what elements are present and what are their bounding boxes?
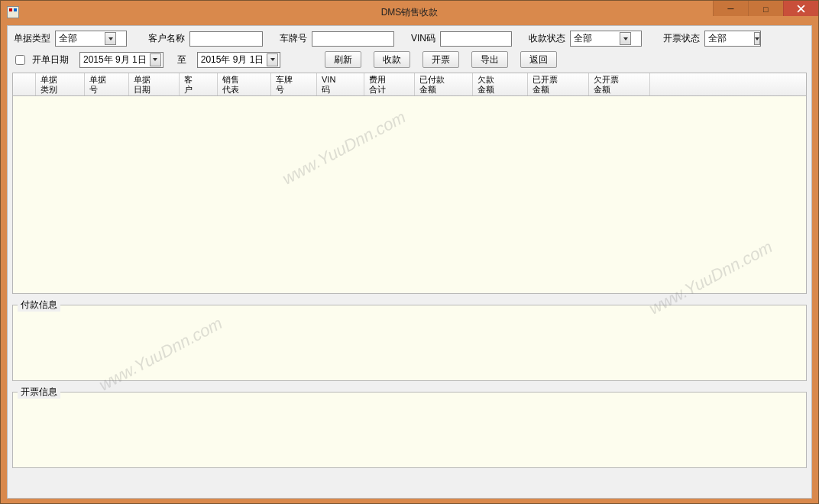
filter-row-1: 单据类型 全部 客户名称 车牌号 VIN码 收款状态 全部 xyxy=(12,31,807,47)
pay-status-value: 全部 xyxy=(571,32,617,45)
invoice-fieldset: 开票信息 xyxy=(12,386,807,468)
col-plate[interactable]: 车牌 号 xyxy=(271,73,317,95)
doc-type-combo[interactable]: 全部 xyxy=(55,31,127,47)
payment-legend: 付款信息 xyxy=(18,299,60,312)
chevron-down-icon xyxy=(150,53,161,66)
invoice-status-value: 全部 xyxy=(705,32,751,45)
plate-label: 车牌号 xyxy=(278,32,309,45)
vin-input[interactable] xyxy=(440,31,512,47)
col-fee-total[interactable]: 费用 合计 xyxy=(364,73,415,95)
date-checkbox[interactable] xyxy=(15,55,25,65)
client-area: 单据类型 全部 客户名称 车牌号 VIN码 收款状态 全部 xyxy=(7,25,812,499)
col-doc-no[interactable]: 单据 号 xyxy=(85,73,129,95)
invoice-legend: 开票信息 xyxy=(18,386,60,399)
pay-status-label: 收款状态 xyxy=(527,32,567,45)
date-to-value: 2015年 9月 1日 xyxy=(201,53,264,66)
plate-input[interactable] xyxy=(312,31,394,47)
date-to-label: 至 xyxy=(176,53,188,66)
titlebar: DMS销售收款 ─ ☐ xyxy=(1,1,818,24)
col-doc-date[interactable]: 单据 日期 xyxy=(129,73,180,95)
maximize-button[interactable]: ☐ xyxy=(748,1,783,16)
export-button[interactable]: 导出 xyxy=(471,51,508,68)
invoice-panel: 开票信息 xyxy=(12,386,807,468)
vin-label: VIN码 xyxy=(410,32,437,45)
chevron-down-icon xyxy=(105,32,116,45)
minimize-button[interactable]: ─ xyxy=(713,1,748,16)
close-icon xyxy=(797,5,805,13)
filter-bar: 单据类型 全部 客户名称 车牌号 VIN码 收款状态 全部 xyxy=(8,26,811,68)
window-buttons: ─ ☐ xyxy=(713,1,818,16)
payment-fieldset: 付款信息 xyxy=(12,299,807,381)
date-from-value: 2015年 9月 1日 xyxy=(83,53,147,66)
row-header-corner xyxy=(13,73,36,95)
payment-panel: 付款信息 xyxy=(12,299,807,381)
app-window: DMS销售收款 ─ ☐ 单据类型 全部 客户名称 车牌号 xyxy=(0,0,819,504)
col-doc-type[interactable]: 单据 类别 xyxy=(36,73,85,95)
pay-status-combo[interactable]: 全部 xyxy=(570,31,642,47)
col-sales-rep[interactable]: 销售 代表 xyxy=(218,73,271,95)
grid-header: 单据 类别 单据 号 单据 日期 客 户 销售 代表 车牌 号 VIN 码 费用… xyxy=(13,73,806,96)
customer-input[interactable] xyxy=(189,31,263,47)
date-from-picker[interactable]: 2015年 9月 1日 xyxy=(79,52,163,68)
invoice-button[interactable]: 开票 xyxy=(422,51,459,68)
invoice-status-combo[interactable]: 全部 xyxy=(704,31,761,47)
col-paid-amount[interactable]: 已付款 金额 xyxy=(415,73,473,95)
back-button[interactable]: 返回 xyxy=(520,51,557,68)
col-uninvoiced-amount[interactable]: 欠开票 金额 xyxy=(589,73,650,95)
filter-row-2: 开单日期 2015年 9月 1日 至 2015年 9月 1日 刷新 收款 xyxy=(12,51,807,68)
chevron-down-icon xyxy=(267,53,278,66)
chevron-down-icon xyxy=(620,32,631,45)
close-button[interactable] xyxy=(783,1,818,16)
col-owed-amount[interactable]: 欠款 金额 xyxy=(473,73,528,95)
col-customer[interactable]: 客 户 xyxy=(180,73,218,95)
invoice-status-label: 开票状态 xyxy=(662,32,701,45)
date-to-picker[interactable]: 2015年 9月 1日 xyxy=(197,52,281,68)
collect-button[interactable]: 收款 xyxy=(374,51,410,68)
window-title: DMS销售收款 xyxy=(1,6,818,19)
doc-type-label: 单据类型 xyxy=(12,32,52,45)
customer-label: 客户名称 xyxy=(147,32,186,45)
chevron-down-icon xyxy=(754,32,760,45)
col-invoiced-amount[interactable]: 已开票 金额 xyxy=(528,73,589,95)
col-vin[interactable]: VIN 码 xyxy=(317,73,364,95)
doc-type-value: 全部 xyxy=(56,32,102,45)
data-grid[interactable]: 单据 类别 单据 号 单据 日期 客 户 销售 代表 车牌 号 VIN 码 费用… xyxy=(12,73,807,294)
date-checkbox-label: 开单日期 xyxy=(31,53,70,66)
refresh-button[interactable]: 刷新 xyxy=(325,51,361,68)
